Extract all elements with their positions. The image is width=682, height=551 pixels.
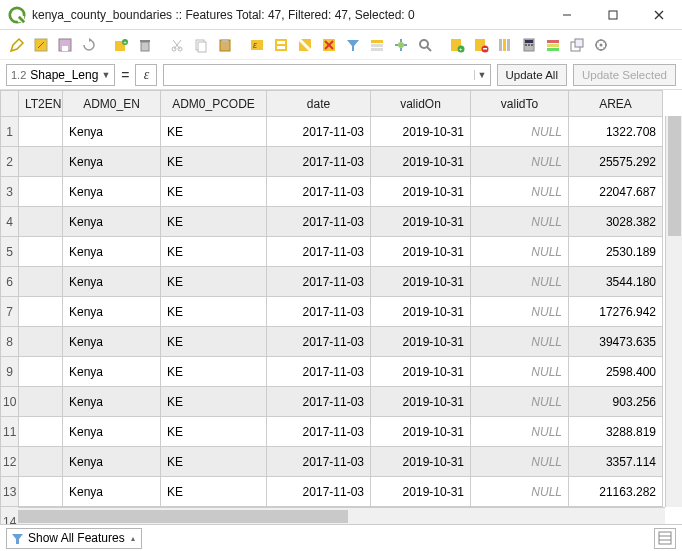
row-header[interactable]: 4 xyxy=(1,207,19,237)
cell-area[interactable]: 3544.180 xyxy=(569,267,663,297)
cell-validon[interactable]: 2019-10-31 xyxy=(371,357,471,387)
cell-validon[interactable]: 2019-10-31 xyxy=(371,447,471,477)
cell-area[interactable]: 21163.282 xyxy=(569,477,663,507)
cell-adm0en[interactable]: Kenya xyxy=(63,447,161,477)
cell-date[interactable]: 2017-11-03 xyxy=(267,147,371,177)
row-header[interactable]: 8 xyxy=(1,327,19,357)
add-feature-icon[interactable]: + xyxy=(110,34,132,56)
cell-adm0en[interactable]: Kenya xyxy=(63,207,161,237)
cell-validon[interactable]: 2019-10-31 xyxy=(371,177,471,207)
row-header[interactable]: 1 xyxy=(1,117,19,147)
cell-area[interactable]: 903.256 xyxy=(569,387,663,417)
cell-validto[interactable]: NULL xyxy=(471,447,569,477)
cell-date[interactable]: 2017-11-03 xyxy=(267,387,371,417)
col-validto[interactable]: validTo xyxy=(471,91,569,117)
cell-adm0pcode[interactable]: KE xyxy=(161,117,267,147)
cell-date[interactable]: 2017-11-03 xyxy=(267,177,371,207)
row-header[interactable]: 2 xyxy=(1,147,19,177)
cell-validto[interactable]: NULL xyxy=(471,237,569,267)
cell-adm0en[interactable]: Kenya xyxy=(63,117,161,147)
cell-lt2en[interactable] xyxy=(19,147,63,177)
expression-dialog-button[interactable]: ε xyxy=(135,64,157,86)
cell-lt2en[interactable] xyxy=(19,477,63,507)
cell-adm0en[interactable]: Kenya xyxy=(63,177,161,207)
cell-validon[interactable]: 2019-10-31 xyxy=(371,477,471,507)
cell-area[interactable]: 2530.189 xyxy=(569,237,663,267)
cell-validto[interactable]: NULL xyxy=(471,117,569,147)
cell-lt2en[interactable] xyxy=(19,267,63,297)
cell-area[interactable]: 3357.114 xyxy=(569,447,663,477)
cut-icon[interactable] xyxy=(166,34,188,56)
form-view-toggle[interactable] xyxy=(654,528,676,549)
row-header[interactable]: 10 xyxy=(1,387,19,417)
cell-adm0en[interactable]: Kenya xyxy=(63,417,161,447)
cell-area[interactable]: 3028.382 xyxy=(569,207,663,237)
cell-lt2en[interactable] xyxy=(19,327,63,357)
cell-validto[interactable]: NULL xyxy=(471,417,569,447)
table-row[interactable]: 12KenyaKE2017-11-032019-10-31NULL3357.11… xyxy=(1,447,663,477)
cell-validto[interactable]: NULL xyxy=(471,207,569,237)
toggle-editing-icon[interactable] xyxy=(6,34,28,56)
cell-area[interactable]: 3288.819 xyxy=(569,417,663,447)
row-header[interactable]: 5 xyxy=(1,237,19,267)
row-header[interactable]: 13 xyxy=(1,477,19,507)
cell-lt2en[interactable] xyxy=(19,207,63,237)
cell-date[interactable]: 2017-11-03 xyxy=(267,447,371,477)
new-field-icon[interactable]: + xyxy=(446,34,468,56)
actions-icon[interactable] xyxy=(590,34,612,56)
cell-validon[interactable]: 2019-10-31 xyxy=(371,237,471,267)
cell-date[interactable]: 2017-11-03 xyxy=(267,267,371,297)
cell-lt2en[interactable] xyxy=(19,297,63,327)
cell-adm0en[interactable]: Kenya xyxy=(63,267,161,297)
cell-adm0en[interactable]: Kenya xyxy=(63,147,161,177)
table-row[interactable]: 9KenyaKE2017-11-032019-10-31NULL2598.400 xyxy=(1,357,663,387)
cell-adm0pcode[interactable]: KE xyxy=(161,207,267,237)
table-row[interactable]: 6KenyaKE2017-11-032019-10-31NULL3544.180 xyxy=(1,267,663,297)
cell-date[interactable]: 2017-11-03 xyxy=(267,237,371,267)
cell-adm0pcode[interactable]: KE xyxy=(161,477,267,507)
col-validon[interactable]: validOn xyxy=(371,91,471,117)
field-selector[interactable]: 1.2 Shape_Leng ▼ xyxy=(6,64,115,86)
copy-icon[interactable] xyxy=(190,34,212,56)
cell-validon[interactable]: 2019-10-31 xyxy=(371,117,471,147)
cell-date[interactable]: 2017-11-03 xyxy=(267,327,371,357)
cell-validto[interactable]: NULL xyxy=(471,357,569,387)
cell-adm0pcode[interactable]: KE xyxy=(161,447,267,477)
cell-date[interactable]: 2017-11-03 xyxy=(267,417,371,447)
cell-adm0pcode[interactable]: KE xyxy=(161,387,267,417)
cell-validon[interactable]: 2019-10-31 xyxy=(371,297,471,327)
col-adm0en[interactable]: ADM0_EN xyxy=(63,91,161,117)
row-header[interactable]: 7 xyxy=(1,297,19,327)
select-by-expression-icon[interactable]: ε xyxy=(246,34,268,56)
table-row[interactable]: 1KenyaKE2017-11-032019-10-31NULL1322.708 xyxy=(1,117,663,147)
cell-adm0en[interactable]: Kenya xyxy=(63,477,161,507)
table-row[interactable]: 7KenyaKE2017-11-032019-10-31NULL17276.94… xyxy=(1,297,663,327)
cell-adm0pcode[interactable]: KE xyxy=(161,147,267,177)
cell-adm0en[interactable]: Kenya xyxy=(63,327,161,357)
dock-undock-icon[interactable] xyxy=(566,34,588,56)
cell-date[interactable]: 2017-11-03 xyxy=(267,357,371,387)
cell-date[interactable]: 2017-11-03 xyxy=(267,117,371,147)
cell-lt2en[interactable] xyxy=(19,117,63,147)
paste-icon[interactable] xyxy=(214,34,236,56)
delete-field-icon[interactable] xyxy=(470,34,492,56)
cell-validon[interactable]: 2019-10-31 xyxy=(371,147,471,177)
col-area[interactable]: AREA xyxy=(569,91,663,117)
cell-adm0pcode[interactable]: KE xyxy=(161,327,267,357)
cell-area[interactable]: 22047.687 xyxy=(569,177,663,207)
col-lt2en[interactable]: LT2EN xyxy=(19,91,63,117)
table-row[interactable]: 11KenyaKE2017-11-032019-10-31NULL3288.81… xyxy=(1,417,663,447)
vertical-scrollbar[interactable] xyxy=(665,116,682,507)
table-row[interactable]: 2KenyaKE2017-11-032019-10-31NULL25575.29… xyxy=(1,147,663,177)
close-button[interactable] xyxy=(636,0,682,29)
cell-area[interactable]: 1322.708 xyxy=(569,117,663,147)
invert-selection-icon[interactable] xyxy=(294,34,316,56)
cell-validon[interactable]: 2019-10-31 xyxy=(371,267,471,297)
expression-input[interactable] xyxy=(164,68,473,82)
cell-adm0pcode[interactable]: KE xyxy=(161,417,267,447)
reload-table-icon[interactable] xyxy=(78,34,100,56)
cell-adm0pcode[interactable]: KE xyxy=(161,297,267,327)
horizontal-scrollbar[interactable] xyxy=(18,507,665,524)
cell-area[interactable]: 2598.400 xyxy=(569,357,663,387)
row-header[interactable]: 3 xyxy=(1,177,19,207)
